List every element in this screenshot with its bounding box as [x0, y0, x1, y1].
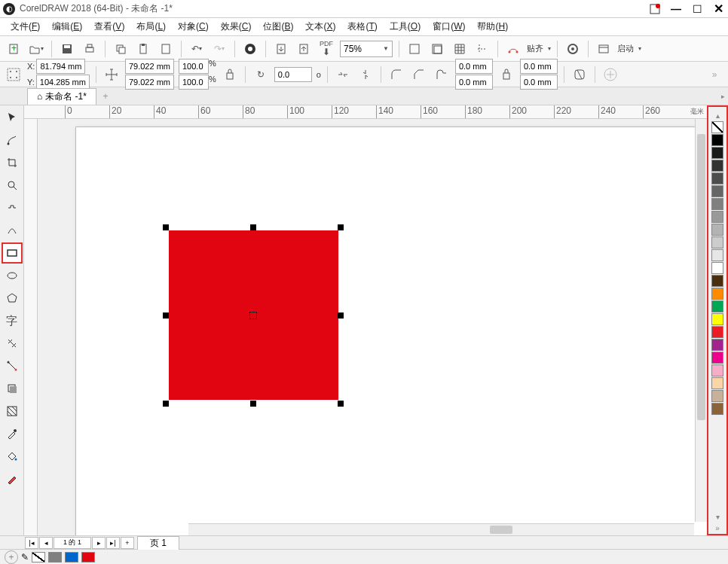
palette-down-arrow[interactable]: ▾ — [716, 513, 720, 521]
clipboard-button[interactable] — [157, 40, 175, 58]
copy-button[interactable] — [112, 40, 130, 58]
minimize-button[interactable]: — — [669, 2, 683, 16]
artistic-media-tool[interactable] — [2, 220, 23, 241]
color-swatch[interactable] — [711, 211, 723, 223]
add-button[interactable] — [601, 66, 619, 84]
color-swatch[interactable] — [711, 390, 723, 402]
eyedropper-tool[interactable] — [2, 423, 23, 444]
color-swatch[interactable] — [711, 288, 723, 300]
menu-help[interactable]: 帮助(H) — [471, 19, 514, 35]
menu-bitmap[interactable]: 位图(B) — [257, 19, 299, 35]
drawing-canvas[interactable] — [38, 119, 707, 535]
paste-button[interactable] — [134, 40, 152, 58]
color-swatch[interactable] — [711, 275, 723, 287]
color-swatch[interactable] — [711, 198, 723, 210]
menu-edit[interactable]: 编辑(E) — [46, 19, 88, 35]
corner-lock-button[interactable] — [497, 66, 515, 84]
zoom-combo[interactable]: 75%▼ — [340, 41, 393, 57]
color-swatch[interactable] — [711, 134, 723, 146]
menu-file[interactable]: 文件(F) — [5, 19, 46, 35]
close-button[interactable]: ✕ — [711, 2, 725, 16]
doc-color-swatch[interactable] — [65, 552, 78, 562]
new-button[interactable]: + — [5, 40, 23, 58]
handle-tm[interactable] — [250, 224, 256, 230]
menu-layout[interactable]: 布局(L) — [130, 19, 172, 35]
corner-tr-input[interactable]: 0.0 mm — [520, 59, 558, 74]
freehand-tool[interactable] — [2, 197, 23, 218]
print-button[interactable] — [81, 40, 99, 58]
vertical-scrollbar[interactable] — [695, 119, 707, 522]
horizontal-ruler[interactable]: 0 20 40 60 80 100 120 140 160 180 200 22… — [24, 105, 707, 119]
menu-window[interactable]: 窗口(W) — [427, 19, 471, 35]
menu-view[interactable]: 查看(V) — [88, 19, 130, 35]
no-fill-swatch[interactable] — [711, 121, 723, 133]
crop-tool[interactable] — [2, 152, 23, 173]
color-swatch[interactable] — [711, 300, 723, 312]
parallel-dim-tool[interactable] — [2, 333, 23, 354]
relative-corner-button[interactable] — [570, 66, 589, 84]
palette-up-arrow[interactable]: ▴ — [716, 111, 720, 120]
rectangle-tool[interactable] — [2, 242, 23, 264]
color-swatch[interactable] — [711, 172, 723, 184]
handle-bm[interactable] — [250, 401, 256, 407]
maximize-button[interactable]: ☐ — [690, 2, 704, 16]
launch-label[interactable]: 启动 — [617, 43, 634, 54]
corner-tl-input[interactable]: 0.0 mm — [455, 59, 493, 74]
width-input[interactable]: 79.022 mm — [125, 59, 174, 74]
doc-color-swatch[interactable] — [48, 552, 62, 562]
mirror-h-button[interactable] — [334, 66, 352, 84]
corner-round-button[interactable] — [387, 66, 405, 84]
color-swatch[interactable] — [711, 236, 723, 248]
pdf-button[interactable]: PDF⬇ — [317, 40, 335, 58]
text-tool[interactable]: 字 — [2, 310, 23, 331]
color-swatch[interactable] — [711, 326, 723, 338]
undo-button[interactable]: ↶▾ — [188, 40, 206, 58]
color-swatch[interactable] — [711, 339, 723, 351]
handle-br[interactable] — [338, 401, 344, 407]
x-position-input[interactable]: 81.794 mm — [36, 59, 85, 74]
color-swatch[interactable] — [711, 160, 723, 172]
ellipse-tool[interactable] — [2, 265, 23, 286]
snap-icon[interactable] — [504, 40, 522, 58]
color-swatch[interactable] — [711, 262, 723, 274]
menu-effects[interactable]: 效果(C) — [215, 19, 258, 35]
document-tab[interactable]: ⌂ 未命名 -1* — [27, 88, 96, 105]
height-input[interactable]: 79.022 mm — [125, 75, 174, 90]
menu-text[interactable]: 文本(X) — [299, 19, 341, 35]
page-tab[interactable]: 页 1 — [137, 536, 179, 550]
doc-color-swatch[interactable] — [81, 552, 95, 562]
launch-icon[interactable] — [595, 40, 613, 58]
save-button[interactable] — [58, 40, 76, 58]
grid-button[interactable] — [451, 40, 469, 58]
mirror-v-button[interactable] — [356, 66, 375, 84]
handle-ml[interactable] — [163, 312, 169, 319]
color-swatch[interactable] — [711, 364, 723, 377]
color-swatch[interactable] — [711, 249, 723, 261]
outline-tool[interactable] — [2, 468, 23, 489]
lock-ratio-button[interactable] — [221, 66, 239, 84]
fill-tool[interactable] — [2, 446, 23, 467]
polygon-tool[interactable] — [2, 288, 23, 309]
color-swatch[interactable] — [711, 224, 723, 236]
color-swatch[interactable] — [711, 377, 723, 389]
drop-shadow-tool[interactable] — [2, 378, 23, 399]
export-button[interactable] — [295, 40, 313, 58]
corner-bl-input[interactable]: 0.0 mm — [455, 75, 493, 90]
color-swatch[interactable] — [711, 185, 723, 197]
transparency-tool[interactable] — [2, 401, 23, 422]
rulers-button[interactable] — [428, 40, 446, 58]
scale-y-input[interactable]: 100.0 — [179, 75, 209, 90]
add-page-button[interactable]: + — [121, 537, 134, 549]
menu-tools[interactable]: 工具(O) — [384, 19, 427, 35]
color-swatch[interactable] — [711, 147, 723, 159]
no-fill-swatch[interactable] — [32, 552, 45, 562]
palette-expand-arrow[interactable]: » — [715, 524, 720, 532]
new-tab-button[interactable]: + — [96, 87, 115, 105]
color-swatch[interactable] — [711, 352, 723, 364]
corner-br-input[interactable]: 0.0 mm — [520, 75, 558, 90]
connector-tool[interactable] — [2, 355, 23, 377]
add-color-button[interactable]: + — [5, 550, 18, 564]
handle-tr[interactable] — [338, 224, 344, 230]
pick-tool[interactable] — [2, 107, 23, 128]
search-button[interactable] — [241, 40, 259, 58]
